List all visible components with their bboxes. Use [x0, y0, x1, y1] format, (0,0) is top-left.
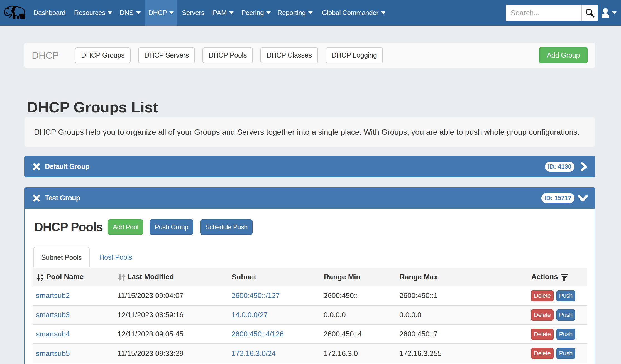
svg-text:Z: Z: [41, 277, 43, 281]
svg-text:A: A: [41, 273, 44, 277]
